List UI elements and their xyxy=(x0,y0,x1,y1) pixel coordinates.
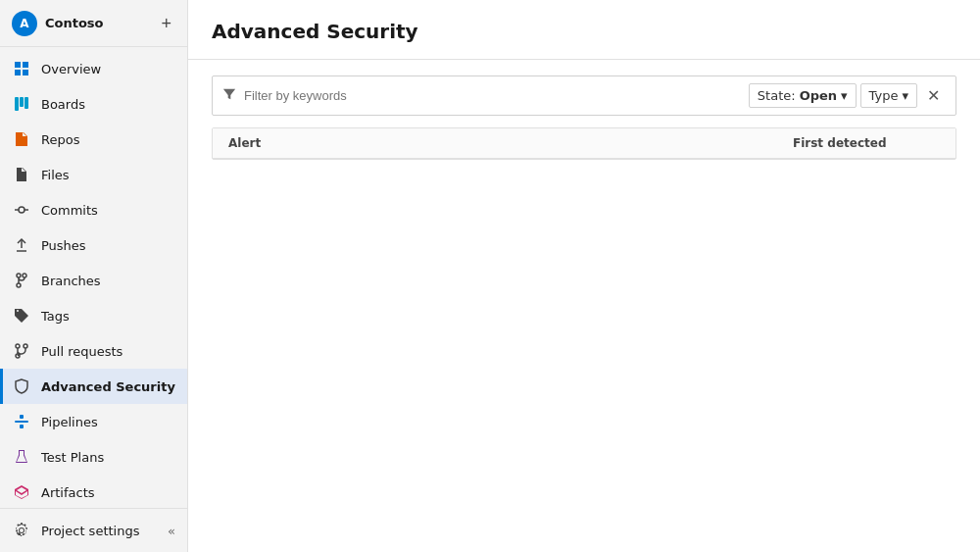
state-dropdown[interactable]: State: Open ▾ xyxy=(749,83,857,108)
svg-rect-20 xyxy=(20,425,24,428)
filter-bar: State: Open ▾ Type ▾ ✕ xyxy=(212,75,956,116)
sidebar-label-overview: Overview xyxy=(41,62,175,76)
files-icon xyxy=(12,165,31,184)
sidebar-label-commits: Commits xyxy=(41,203,175,218)
settings-icon xyxy=(12,521,31,540)
pullreq-icon xyxy=(12,341,31,361)
sidebar-label-testplans: Test Plans xyxy=(41,450,175,465)
sidebar-item-artifacts[interactable]: Artifacts xyxy=(0,475,187,508)
pipelines-icon xyxy=(12,412,31,431)
filter-icon xyxy=(222,87,236,104)
sidebar-item-branches[interactable]: Branches xyxy=(0,263,187,298)
main-content: Advanced Security State: Open ▾ Type ▾ xyxy=(188,0,980,552)
sidebar-item-pipelines[interactable]: Pipelines xyxy=(0,404,187,439)
sidebar-label-branches: Branches xyxy=(41,274,175,288)
sidebar-label-pullrequests: Pull requests xyxy=(41,344,175,359)
sidebar-label-files: Files xyxy=(41,168,175,182)
svg-rect-5 xyxy=(20,97,24,107)
svg-point-12 xyxy=(17,274,21,277)
boards-icon xyxy=(12,94,31,114)
sidebar-label-pushes: Pushes xyxy=(41,238,175,253)
svg-rect-6 xyxy=(24,97,28,109)
filter-controls: State: Open ▾ Type ▾ ✕ xyxy=(749,82,946,109)
col-header-detected: First detected xyxy=(793,136,940,150)
svg-rect-1 xyxy=(23,62,28,68)
tags-icon xyxy=(12,306,31,326)
sidebar-item-pullrequests[interactable]: Pull requests xyxy=(0,333,187,369)
sidebar-item-project-settings[interactable]: Project settings « xyxy=(0,513,187,548)
add-button[interactable]: + xyxy=(157,13,175,34)
sidebar: A Contoso + Overview Boards Repos Files … xyxy=(0,0,188,552)
main-header: Advanced Security xyxy=(188,0,980,60)
sidebar-label-boards: Boards xyxy=(41,97,175,112)
svg-point-13 xyxy=(23,274,26,277)
sidebar-header: A Contoso + xyxy=(0,0,187,47)
page-title: Advanced Security xyxy=(212,20,956,43)
sidebar-item-advsecurity[interactable]: Advanced Security xyxy=(0,369,187,404)
svg-rect-0 xyxy=(15,62,21,68)
commits-icon xyxy=(12,200,31,220)
state-chevron-icon: ▾ xyxy=(841,88,848,103)
sidebar-label-repos: Repos xyxy=(41,132,175,147)
sidebar-label-artifacts: Artifacts xyxy=(41,485,175,500)
content-area: State: Open ▾ Type ▾ ✕ Alert First detec… xyxy=(188,60,980,552)
table-header: Alert First detected xyxy=(213,128,956,159)
sidebar-item-repos[interactable]: Repos xyxy=(0,122,187,157)
type-dropdown[interactable]: Type ▾ xyxy=(860,83,917,108)
overview-icon xyxy=(12,59,31,78)
type-chevron-icon: ▾ xyxy=(902,88,908,103)
svg-rect-4 xyxy=(15,97,19,111)
svg-point-16 xyxy=(24,344,27,348)
svg-rect-18 xyxy=(15,421,28,423)
artifacts-icon xyxy=(12,482,31,502)
sidebar-item-files[interactable]: Files xyxy=(0,157,187,192)
svg-rect-2 xyxy=(15,70,21,75)
sidebar-item-pushes[interactable]: Pushes xyxy=(0,227,187,263)
org-name: Contoso xyxy=(45,16,157,30)
advsec-icon xyxy=(12,376,31,396)
sidebar-item-boards[interactable]: Boards xyxy=(0,86,187,122)
col-header-alert: Alert xyxy=(228,136,793,150)
svg-rect-19 xyxy=(20,415,24,419)
sidebar-settings-label: Project settings xyxy=(41,524,168,538)
org-avatar: A xyxy=(12,11,37,36)
filter-input[interactable] xyxy=(244,88,749,103)
sidebar-item-overview[interactable]: Overview xyxy=(0,51,187,86)
type-label: Type xyxy=(869,88,899,103)
sidebar-item-commits[interactable]: Commits xyxy=(0,192,187,227)
sidebar-item-tags[interactable]: Tags xyxy=(0,298,187,333)
svg-point-15 xyxy=(16,344,20,348)
svg-point-11 xyxy=(17,283,21,287)
sidebar-nav: Overview Boards Repos Files Commits Push… xyxy=(0,47,187,508)
state-value: Open xyxy=(800,88,837,103)
pushes-icon xyxy=(12,235,31,255)
svg-rect-3 xyxy=(23,70,28,75)
alerts-table: Alert First detected xyxy=(212,127,956,160)
sidebar-label-advsecurity: Advanced Security xyxy=(41,379,175,394)
repos-icon xyxy=(12,129,31,149)
collapse-icon[interactable]: « xyxy=(168,524,175,538)
filter-close-button[interactable]: ✕ xyxy=(921,82,946,109)
sidebar-label-tags: Tags xyxy=(41,309,175,324)
sidebar-item-testplans[interactable]: Test Plans xyxy=(0,439,187,475)
branches-icon xyxy=(12,271,31,290)
testplans-icon xyxy=(12,447,31,467)
sidebar-footer: Project settings « xyxy=(0,508,187,552)
svg-point-7 xyxy=(19,207,24,213)
state-label: State: xyxy=(758,88,796,103)
sidebar-label-pipelines: Pipelines xyxy=(41,415,175,429)
